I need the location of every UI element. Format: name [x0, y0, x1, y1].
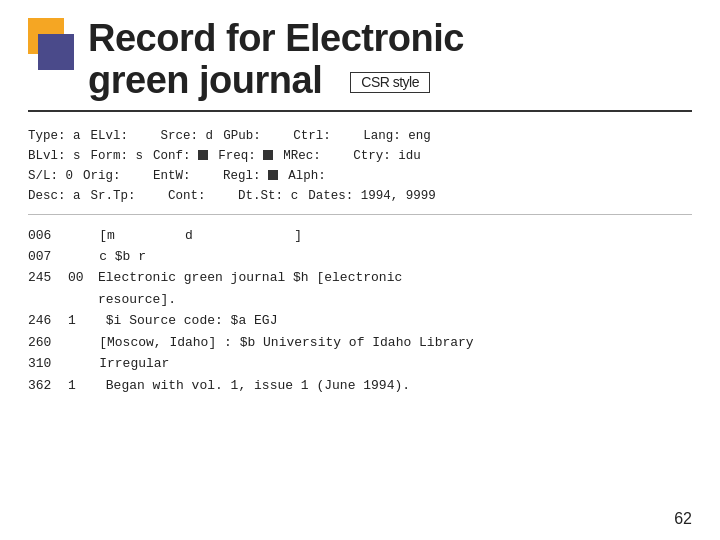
conf-label: Conf: [153, 146, 208, 166]
marc-245-cont: resource]. [28, 289, 692, 310]
marc-260-content: [Moscow, Idaho] : $b University of Idaho… [68, 332, 692, 353]
title-block: Record for Electronic green journal CSR … [88, 18, 692, 102]
marc-245-content: Electronic green journal $h [electronic [98, 267, 692, 288]
dates-label: Dates: 1994, 9999 [308, 186, 436, 206]
regl-box [268, 170, 278, 180]
title-line1: Record for Electronic [88, 17, 464, 59]
marc-260: 260 [Moscow, Idaho] : $b University of I… [28, 332, 692, 353]
header-area: Record for Electronic green journal CSR … [28, 18, 692, 112]
fixed-fields-row1: Type: a ELvl: Srce: d GPub: Ctrl: Lang: … [28, 126, 692, 146]
marc-245-cont-content: resource]. [98, 289, 692, 310]
csr-badge: CSR style [350, 72, 430, 93]
fixed-fields-row2: BLvl: s Form: s Conf: Freq: MRec: Ctry: … [28, 146, 692, 166]
logo-blue-square [38, 34, 74, 70]
fixed-fields-row3: S/L: 0 Orig: EntW: Regl: Alph: [28, 166, 692, 186]
conf-box [198, 150, 208, 160]
alph-label: Alph: [288, 166, 348, 186]
sl-label: S/L: 0 [28, 166, 73, 186]
marc-tag-260: 260 [28, 332, 68, 353]
marc-tag-245: 245 [28, 267, 68, 288]
logo [28, 18, 78, 72]
srce-label: Srce: d [161, 126, 214, 146]
marc-362-ind: 1 [68, 375, 98, 396]
blvl-label: BLvl: s [28, 146, 81, 166]
marc-007: 007 c $b r [28, 246, 692, 267]
marc-006: 006 [m d ] [28, 225, 692, 246]
dtst-label: Dt.St: c [238, 186, 298, 206]
srtp-label: Sr.Tp: [91, 186, 159, 206]
marc-007-content: c $b r [68, 246, 692, 267]
elvl-label: ELvl: [91, 126, 151, 146]
marc-records: 006 [m d ] 007 c $b r 245 00 Electronic … [28, 225, 692, 397]
ctrl-label: Ctrl: [293, 126, 353, 146]
marc-tag-246: 246 [28, 310, 68, 331]
marc-tag-007: 007 [28, 246, 68, 267]
form-label: Form: s [91, 146, 144, 166]
freq-label: Freq: [218, 146, 273, 166]
marc-245: 245 00 Electronic green journal $h [elec… [28, 267, 692, 288]
marc-246-content: $i Source code: $a EGJ [98, 310, 692, 331]
freq-box [263, 150, 273, 160]
marc-246: 246 1 $i Source code: $a EGJ [28, 310, 692, 331]
marc-246-ind: 1 [68, 310, 98, 331]
marc-006-content: [m d ] [68, 225, 692, 246]
marc-tag-362: 362 [28, 375, 68, 396]
type-label: Type: a [28, 126, 81, 146]
orig-label: Orig: [83, 166, 143, 186]
page-number: 62 [674, 510, 692, 528]
marc-310-content: Irregular [68, 353, 692, 374]
cont-label: Cont: [168, 186, 228, 206]
title-line2: green journal [88, 59, 322, 101]
page: Record for Electronic green journal CSR … [0, 0, 720, 540]
marc-310: 310 Irregular [28, 353, 692, 374]
fixed-fields-row4: Desc: a Sr.Tp: Cont: Dt.St: c Dates: 199… [28, 186, 692, 206]
ctry-label: Ctry: idu [353, 146, 421, 166]
lang-label: Lang: eng [363, 126, 431, 146]
entw-label: EntW: [153, 166, 213, 186]
mrec-label: MRec: [283, 146, 343, 166]
regl-label: Regl: [223, 166, 278, 186]
marc-tag-006: 006 [28, 225, 68, 246]
desc-label: Desc: a [28, 186, 81, 206]
main-title: Record for Electronic green journal CSR … [88, 18, 692, 102]
fixed-fields: Type: a ELvl: Srce: d GPub: Ctrl: Lang: … [28, 126, 692, 215]
gpub-label: GPub: [223, 126, 283, 146]
marc-362: 362 1 Began with vol. 1, issue 1 (June 1… [28, 375, 692, 396]
marc-362-content: Began with vol. 1, issue 1 (June 1994). [98, 375, 692, 396]
marc-tag-310: 310 [28, 353, 68, 374]
marc-245-ind: 00 [68, 267, 98, 288]
